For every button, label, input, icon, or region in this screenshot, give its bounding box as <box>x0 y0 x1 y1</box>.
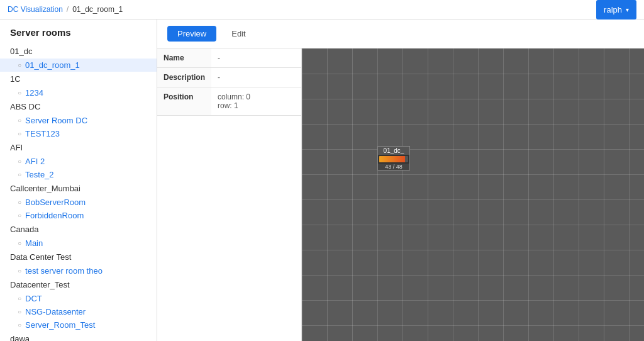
room-dot-icon: ○ <box>18 321 21 328</box>
sidebar-room-01_dc_room_1[interactable]: ○01_dc_room_1 <box>0 59 157 72</box>
sidebar: Server rooms 01_dc○01_dc_room_11C○1234AB… <box>0 20 157 341</box>
sidebar-groups: 01_dc○01_dc_room_11C○1234ABS DC○Server R… <box>0 44 157 341</box>
grid-area: 01_dc_ 43 / 48 <box>302 48 644 341</box>
info-row-name: Name - <box>157 48 301 68</box>
breadcrumb: DC Visualization / 01_dc_room_1 <box>8 5 123 14</box>
room-dot-icon: ○ <box>18 308 21 315</box>
room-dot-icon: ○ <box>18 62 21 69</box>
breadcrumb-root[interactable]: DC Visualization <box>8 5 63 14</box>
sidebar-room-AFI-2[interactable]: ○AFI 2 <box>0 155 157 168</box>
sidebar-title: Server rooms <box>0 27 157 44</box>
dc-group-Canada: Canada <box>0 222 157 237</box>
room-label: Server_Room_Test <box>25 320 95 330</box>
chevron-down-icon: ▾ <box>626 6 629 13</box>
dc-group-01_dc: 01_dc <box>0 44 157 59</box>
tab-preview[interactable]: Preview <box>167 26 216 42</box>
room-widget-bar <box>378 155 409 164</box>
sidebar-room-TEST123[interactable]: ○TEST123 <box>0 127 157 140</box>
name-value: - <box>211 48 301 68</box>
room-dot-icon: ○ <box>18 171 21 178</box>
room-dot-icon: ○ <box>18 158 21 165</box>
room-dot-icon: ○ <box>18 117 21 124</box>
info-panel: Name - Description - Position column: 0 … <box>157 48 302 341</box>
sidebar-room-Server_Room_Test[interactable]: ○Server_Room_Test <box>0 318 157 332</box>
room-label: Main <box>25 238 43 248</box>
sidebar-room-NSG-Datasenter[interactable]: ○NSG-Datasenter <box>0 305 157 318</box>
tab-edit[interactable]: Edit <box>221 26 255 42</box>
tab-bar: Preview Edit <box>157 20 644 48</box>
room-widget-count: 43 / 48 <box>378 164 409 170</box>
room-widget-bar-bg <box>379 156 408 162</box>
room-dot-icon: ○ <box>18 295 21 302</box>
room-label: test server room theo <box>25 266 103 276</box>
user-menu[interactable]: ralph ▾ <box>596 0 636 20</box>
dc-group-Data-Center-Test: Data Center Test <box>0 250 157 264</box>
sidebar-room-test-server-room-theo[interactable]: ○test server room theo <box>0 264 157 277</box>
position-column: column: 0 <box>218 92 295 101</box>
room-dot-icon: ○ <box>18 89 21 96</box>
dc-group-Datacenter_Test: Datacenter_Test <box>0 277 157 292</box>
room-dot-icon: ○ <box>18 130 21 137</box>
dc-group-1C: 1C <box>0 72 157 86</box>
sidebar-room-BobServerRoom[interactable]: ○BobServerRoom <box>0 196 157 209</box>
room-dot-icon: ○ <box>18 199 21 206</box>
dc-group-Callcenter_Mumbai: Callcenter_Mumbai <box>0 181 157 196</box>
sidebar-room-DCT[interactable]: ○DCT <box>0 292 157 305</box>
dc-group-AFI: AFI <box>0 140 157 155</box>
grid-lines <box>302 48 644 341</box>
room-dot-icon: ○ <box>18 240 21 247</box>
header: DC Visualization / 01_dc_room_1 ralph ▾ <box>0 0 644 20</box>
info-row-position: Position column: 0 row: 1 <box>157 87 301 116</box>
dc-group-ABS-DC: ABS DC <box>0 99 157 114</box>
room-dot-icon: ○ <box>18 212 21 219</box>
user-name: ralph <box>604 5 622 14</box>
room-widget-title: 01_dc_ <box>378 147 409 155</box>
dc-group-dawa: dawa <box>0 332 157 341</box>
sidebar-room-Server-Room-DC[interactable]: ○Server Room DC <box>0 114 157 127</box>
sidebar-room-1234[interactable]: ○1234 <box>0 86 157 99</box>
sidebar-room-Main[interactable]: ○Main <box>0 237 157 250</box>
room-label: Server Room DC <box>25 116 87 125</box>
sidebar-room-ForbiddenRoom[interactable]: ○ForbiddenRoom <box>0 209 157 222</box>
description-value: - <box>211 68 301 87</box>
position-label: Position <box>157 87 211 116</box>
breadcrumb-current: 01_dc_room_1 <box>72 5 123 14</box>
room-dot-icon: ○ <box>18 267 21 274</box>
sidebar-room-Teste_2[interactable]: ○Teste_2 <box>0 168 157 181</box>
main-layout: Server rooms 01_dc○01_dc_room_11C○1234AB… <box>0 20 644 341</box>
room-widget[interactable]: 01_dc_ 43 / 48 <box>377 146 410 170</box>
room-label: Teste_2 <box>25 170 54 179</box>
position-row: row: 1 <box>218 101 295 110</box>
name-label: Name <box>157 48 211 68</box>
room-label: AFI 2 <box>25 157 45 166</box>
room-label: DCT <box>25 294 42 303</box>
room-widget-bar-fill <box>379 156 405 162</box>
info-row-description: Description - <box>157 68 301 87</box>
room-label: BobServerRoom <box>25 198 86 207</box>
room-label: ForbiddenRoom <box>25 211 84 220</box>
position-value: column: 0 row: 1 <box>211 87 301 116</box>
content-area: Preview Edit Name - Description - Posit <box>157 20 644 341</box>
room-label: 1234 <box>25 88 43 98</box>
info-table: Name - Description - Position column: 0 … <box>157 48 301 116</box>
breadcrumb-separator: / <box>67 5 69 14</box>
room-label: NSG-Datasenter <box>25 307 86 316</box>
room-label: 01_dc_room_1 <box>25 60 80 70</box>
lower-area: Name - Description - Position column: 0 … <box>157 48 644 341</box>
room-label: TEST123 <box>25 129 60 138</box>
description-label: Description <box>157 68 211 87</box>
